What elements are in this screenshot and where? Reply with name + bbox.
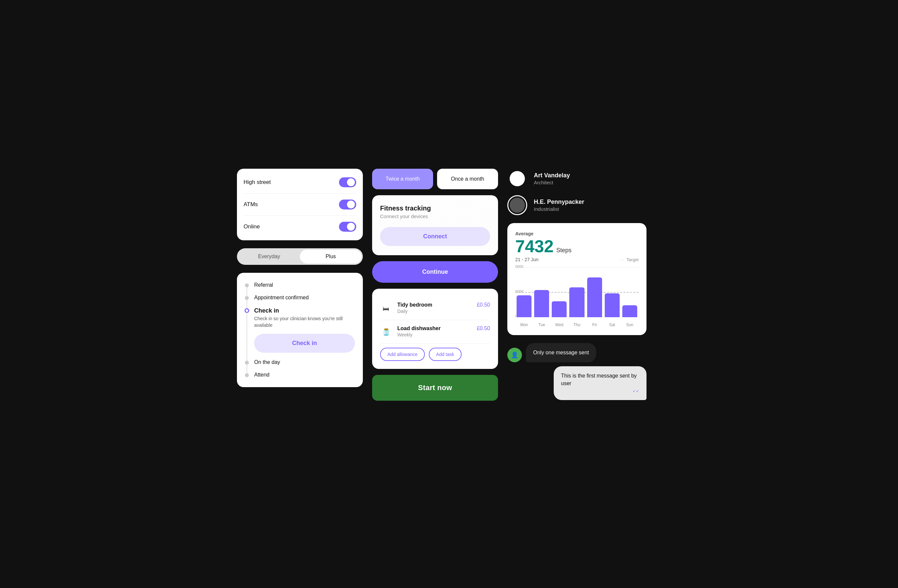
- task-freq-bedroom: Daily: [397, 309, 432, 314]
- task-actions: Add allowance Add task: [380, 344, 490, 361]
- freq-tab-once[interactable]: Once a month: [437, 169, 498, 189]
- chat-tick-icon: ✓✓: [561, 388, 639, 394]
- timeline-line-3: [246, 365, 247, 373]
- toggle-label-online: Online: [243, 223, 260, 230]
- day-label-tue: Tue: [534, 323, 549, 327]
- timeline: Referral Appointment confirmed Check in …: [245, 282, 355, 378]
- toggle-row-online: Online: [243, 216, 356, 238]
- timeline-title-attend: Attend: [254, 372, 269, 377]
- avatar-inner-art: [510, 171, 525, 186]
- day-label-sat: Sat: [605, 323, 620, 327]
- task-freq-dishwasher: Weekly: [397, 332, 441, 337]
- timeline-item-referral: Referral: [254, 282, 355, 288]
- bar-col-sun: [622, 268, 637, 317]
- connect-button[interactable]: Connect: [380, 227, 490, 246]
- chart-card: Average 7432 Steps 21 - 27 Jun ··· Targe…: [507, 223, 646, 335]
- timeline-line-1: [246, 300, 247, 309]
- column-1: High street ATMs Online Everyday Plus: [237, 169, 363, 401]
- day-label-wed: Wed: [552, 323, 567, 327]
- timeline-item-attend: Attend: [254, 372, 355, 378]
- bed-icon: 🛏: [380, 303, 392, 314]
- task-row-bedroom: 🛏 Tidy bedroom Daily £0.50: [380, 297, 490, 320]
- toggle-online[interactable]: [339, 222, 356, 232]
- chat-row-sent: 👤 Only one message sent: [507, 343, 646, 362]
- chart-header: Average 7432 Steps 21 - 27 Jun ··· Targe…: [515, 231, 638, 262]
- timeline-line-0: [246, 287, 247, 296]
- timeline-item-ontheday: On the day: [254, 359, 355, 365]
- frequency-tabs: Twice a month Once a month: [372, 169, 498, 189]
- timeline-title-referral: Referral: [254, 282, 273, 288]
- user-avatar-art[interactable]: [507, 169, 527, 189]
- bar-col-tue: [534, 268, 549, 317]
- user-role-he: Industrialist: [534, 206, 584, 212]
- timeline-desc-checkin: Check in so your clinician knows you're …: [254, 316, 355, 328]
- add-allowance-button[interactable]: Add allowance: [380, 348, 425, 361]
- bar-sun: [622, 305, 637, 317]
- bar-wed: [552, 301, 567, 317]
- chat-bubble-received: This is the first message sent by user ✓…: [554, 366, 646, 400]
- chart-date-row: 21 - 27 Jun ··· Target: [515, 257, 638, 262]
- timeline-dot-referral: [245, 283, 249, 287]
- user-info-he: H.E. Pennypacker Industrialist: [534, 199, 584, 212]
- column-2: Twice a month Once a month Fitness track…: [372, 169, 498, 401]
- timeline-dot-checkin: [244, 308, 249, 313]
- timeline-line-2: [246, 312, 247, 361]
- day-label-fri: Fri: [587, 323, 602, 327]
- toggle-row-highstreet: High street: [243, 171, 356, 194]
- user-avatar-he[interactable]: [507, 195, 527, 215]
- bar-sat: [605, 293, 620, 317]
- timeline-title-appointment: Appointment confirmed: [254, 295, 309, 300]
- continue-button[interactable]: Continue: [372, 261, 498, 283]
- bar-col-fri: [587, 268, 602, 317]
- task-info-dishwasher: Load dishwasher Weekly: [397, 325, 441, 337]
- task-name-dishwasher: Load dishwasher: [397, 325, 441, 331]
- user-info-art: Art Vandelay Architect: [534, 172, 570, 185]
- user-item-he: H.E. Pennypacker Industrialist: [507, 195, 646, 215]
- chart-steps-row: 7432 Steps: [515, 238, 638, 255]
- chart-date: 21 - 27 Jun: [515, 257, 538, 262]
- bar-thu: [569, 287, 584, 317]
- bar-day-labels: MonTueWedThuFriSatSun: [515, 323, 638, 327]
- day-label-thu: Thu: [569, 323, 584, 327]
- task-left-dishwasher: 🫙 Load dishwasher Weekly: [380, 325, 441, 338]
- timeline-card: Referral Appointment confirmed Check in …: [237, 273, 363, 387]
- timeline-dot-ontheday: [245, 361, 249, 365]
- bar-mon: [517, 296, 532, 317]
- toggle-highstreet[interactable]: [339, 177, 356, 187]
- chat-section: 👤 Only one message sent This is the firs…: [507, 343, 646, 400]
- bars-row: [515, 268, 638, 317]
- timeline-title-checkin: Check in: [254, 307, 279, 314]
- day-label-mon: Mon: [517, 323, 532, 327]
- user-list: Art Vandelay Architect H.E. Pennypacker …: [507, 169, 646, 215]
- chart-steps-num: 7432: [515, 238, 554, 255]
- task-left-bedroom: 🛏 Tidy bedroom Daily: [380, 302, 432, 314]
- toggle-atms[interactable]: [339, 200, 356, 209]
- dish-icon: 🫙: [380, 326, 392, 338]
- chat-row-received: This is the first message sent by user ✓…: [507, 366, 646, 400]
- segment-control: Everyday Plus: [237, 248, 363, 265]
- checkin-button[interactable]: Check in: [254, 334, 355, 352]
- bar-col-wed: [552, 268, 567, 317]
- freq-tab-twice[interactable]: Twice a month: [372, 169, 433, 189]
- segment-plus[interactable]: Plus: [300, 249, 361, 263]
- bar-tue: [534, 290, 549, 317]
- toggle-label-highstreet: High street: [243, 179, 271, 186]
- add-task-button[interactable]: Add task: [429, 348, 461, 361]
- segment-everyday[interactable]: Everyday: [238, 249, 300, 263]
- bar-col-thu: [569, 268, 584, 317]
- timeline-item-checkin: Check in Check in so your clinician know…: [254, 307, 355, 352]
- bar-fri: [587, 277, 602, 317]
- fitness-subtitle: Connect your devices: [380, 214, 490, 219]
- timeline-dot-attend: [245, 373, 249, 377]
- user-item-art: Art Vandelay Architect: [507, 169, 646, 189]
- day-label-sun: Sun: [622, 323, 637, 327]
- column-3: Art Vandelay Architect H.E. Pennypacker …: [507, 169, 646, 401]
- start-now-button[interactable]: Start now: [372, 375, 498, 401]
- bar-col-sat: [605, 268, 620, 317]
- tasks-card: 🛏 Tidy bedroom Daily £0.50 🫙 Load dishwa…: [372, 289, 498, 369]
- fitness-card: Fitness tracking Connect your devices Co…: [372, 195, 498, 255]
- toggle-card: High street ATMs Online: [237, 169, 363, 240]
- timeline-title-ontheday: On the day: [254, 359, 280, 365]
- avatar-inner-he: [510, 197, 525, 213]
- timeline-item-appointment: Appointment confirmed: [254, 295, 355, 301]
